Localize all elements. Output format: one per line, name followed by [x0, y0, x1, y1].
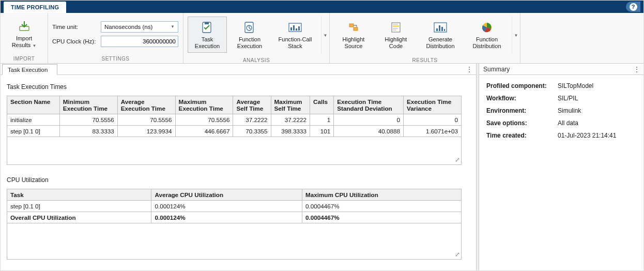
- highlight-source-icon: [345, 20, 362, 35]
- svg-rect-23: [444, 29, 445, 31]
- column-header[interactable]: Average Self Time: [233, 96, 271, 114]
- cell: 70.5556: [117, 114, 175, 126]
- summary-row: Save options:All data: [486, 119, 636, 127]
- cell: 40.0888: [334, 126, 404, 137]
- cell: 70.3355: [233, 126, 271, 137]
- cell: Overall CPU Utilization: [7, 212, 151, 223]
- function-distribution-label: Function Distribution: [472, 36, 501, 50]
- ribbon-group-analysis: Task Execution Function Execution Functi…: [183, 13, 330, 63]
- summary-row: Environment:Simulink: [486, 107, 636, 114]
- summary-row: Time created:01-Jul-2023 21:14:41: [486, 132, 636, 139]
- summary-key: Workflow:: [486, 95, 558, 102]
- cell: 37.2222: [271, 114, 310, 126]
- cell: 101: [310, 126, 334, 137]
- column-header[interactable]: Maximum Execution Time: [175, 96, 233, 114]
- expand-icon[interactable]: ⤢: [455, 251, 460, 258]
- svg-rect-2: [205, 22, 209, 24]
- column-header[interactable]: Calls: [310, 96, 334, 114]
- task-execution-label: Task Execution: [195, 36, 220, 50]
- function-execution-button[interactable]: Function Execution: [230, 17, 269, 53]
- exec-table-pad: ⤢: [7, 137, 462, 165]
- expand-icon[interactable]: ⤢: [455, 156, 460, 163]
- ribbon: Import Results ▼ IMPORT Time unit: Nanos…: [1, 13, 643, 64]
- table-row[interactable]: initialize70.555670.555670.555637.222237…: [7, 114, 462, 126]
- cell: step [0.1 0]: [7, 201, 151, 212]
- cell: 1.6071e+03: [404, 126, 462, 137]
- toolstrip-tab-time-profiling[interactable]: TIME PROFILING: [4, 2, 66, 13]
- table-row[interactable]: step [0.1 0]83.3333123.9934446.666770.33…: [7, 126, 462, 137]
- svg-rect-11: [298, 26, 300, 31]
- svg-rect-15: [393, 25, 399, 27]
- svg-rect-9: [293, 25, 295, 31]
- tab-task-execution[interactable]: Task Execution: [2, 64, 57, 75]
- group-label-import: IMPORT: [1, 55, 48, 63]
- column-header[interactable]: Section Name: [7, 96, 60, 114]
- summary-value: SIL/PIL: [558, 95, 578, 102]
- cell: 83.3333: [59, 126, 117, 137]
- analysis-more-dropdown[interactable]: ▼: [321, 16, 329, 54]
- column-header[interactable]: Task: [7, 189, 151, 201]
- cpu-util-table: TaskAverage CPU UtilizationMaximum CPU U…: [7, 189, 462, 223]
- function-execution-icon: [241, 20, 258, 35]
- time-unit-dropdown[interactable]: Nanoseconds (ns) ▼: [101, 21, 178, 33]
- cell: 0.000124%: [151, 201, 302, 212]
- column-header[interactable]: Minimum Execution Time: [59, 96, 117, 114]
- cell: 123.9934: [117, 126, 175, 137]
- main-area: Task Execution ⋮ Task Execution Times Se…: [1, 64, 643, 270]
- highlight-code-icon: [388, 20, 404, 35]
- chevron-down-icon: ▼: [171, 24, 175, 29]
- highlight-code-button[interactable]: Highlight Code: [376, 17, 416, 53]
- task-execution-icon: [199, 20, 216, 35]
- function-distribution-button[interactable]: Function Distribution: [465, 17, 509, 53]
- cpu-table-pad: ⤢: [7, 223, 462, 260]
- results-more-dropdown[interactable]: ▼: [512, 16, 520, 54]
- generate-distribution-button[interactable]: Generate Distribution: [419, 17, 462, 53]
- svg-rect-22: [441, 27, 443, 31]
- cell: initialize: [7, 114, 60, 126]
- column-header[interactable]: Execution Time Variance: [404, 96, 462, 114]
- column-header[interactable]: Average Execution Time: [117, 96, 175, 114]
- pie-chart-icon: [479, 20, 495, 35]
- column-header[interactable]: Maximum CPU Utilization: [302, 189, 461, 201]
- function-call-stack-button[interactable]: Function-Call Stack: [272, 17, 318, 53]
- cpu-clock-label: CPU Clock (Hz):: [52, 38, 98, 44]
- generate-distribution-label: Generate Distribution: [426, 36, 454, 50]
- title-bar: TIME PROFILING ?: [1, 1, 643, 13]
- svg-rect-20: [436, 28, 438, 31]
- group-label-settings: SETTINGS: [48, 55, 183, 63]
- time-unit-label: Time unit:: [52, 24, 98, 30]
- help-button[interactable]: ?: [626, 2, 640, 12]
- column-header[interactable]: Maximum Self Time: [271, 96, 310, 114]
- panel-menu-button[interactable]: ⋮: [466, 65, 473, 73]
- task-execution-button[interactable]: Task Execution: [188, 17, 227, 53]
- summary-key: Time created:: [486, 132, 558, 139]
- column-header[interactable]: Execution Time Standard Deviation: [334, 96, 404, 114]
- table-row[interactable]: Overall CPU Utilization0.000124%0.000446…: [7, 212, 462, 223]
- summary-row: Profiled component:SILTopModel: [486, 82, 636, 89]
- chevron-down-icon: ▼: [324, 33, 328, 38]
- summary-title: Summary: [483, 66, 510, 73]
- panel-menu-button[interactable]: ⋮: [633, 65, 640, 73]
- import-results-button[interactable]: Import Results ▼: [5, 16, 43, 52]
- function-call-stack-label: Function-Call Stack: [279, 36, 312, 50]
- highlight-code-label: Highlight Code: [385, 36, 407, 50]
- highlight-source-button[interactable]: Highlight Source: [334, 17, 373, 53]
- generate-distribution-icon: [432, 20, 449, 35]
- ribbon-group-results: Highlight Source Highlight Code Generate…: [330, 13, 520, 63]
- exec-times-table: Section NameMinimum Execution TimeAverag…: [7, 96, 462, 137]
- section-title-cpu-util: CPU Utilization: [7, 176, 473, 184]
- ribbon-group-import: Import Results ▼ IMPORT: [1, 13, 48, 63]
- svg-rect-8: [290, 27, 292, 31]
- cell: 0.0004467%: [302, 201, 461, 212]
- summary-value: 01-Jul-2023 21:14:41: [558, 132, 616, 139]
- table-row[interactable]: step [0.1 0]0.000124%0.0004467%: [7, 201, 462, 212]
- function-call-stack-icon: [287, 20, 303, 35]
- task-execution-panel: Task Execution Times Section NameMinimum…: [1, 75, 476, 270]
- cell: 0.000124%: [151, 212, 302, 223]
- cell: 0: [334, 114, 404, 126]
- cpu-clock-input[interactable]: [101, 36, 178, 47]
- column-header[interactable]: Average CPU Utilization: [151, 189, 302, 201]
- ribbon-group-settings: Time unit: Nanoseconds (ns) ▼ CPU Clock …: [48, 13, 183, 63]
- summary-row: Workflow:SIL/PIL: [486, 95, 636, 102]
- summary-key: Profiled component:: [486, 82, 558, 89]
